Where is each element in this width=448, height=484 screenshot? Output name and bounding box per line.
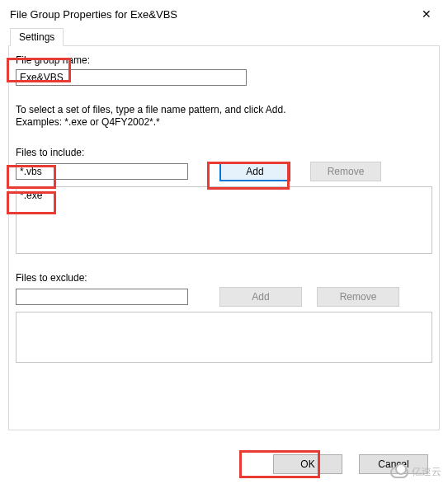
instructions-line2: Examples: *.exe or Q4FY2002*.* — [16, 116, 160, 128]
instructions-line1: To select a set of files, type a file na… — [16, 104, 286, 115]
group-name-input[interactable] — [16, 69, 247, 86]
include-label: Files to include: — [16, 147, 432, 158]
exclude-input[interactable] — [16, 289, 188, 305]
include-remove-button: Remove — [310, 162, 381, 181]
include-row: Add Remove — [16, 162, 432, 181]
instructions-text: To select a set of files, type a file na… — [16, 104, 432, 129]
exclude-row: Add Remove — [16, 287, 432, 307]
ok-button[interactable]: OK — [273, 454, 342, 474]
exclude-add-button: Add — [219, 287, 302, 307]
group-name-label: File group name: — [16, 54, 432, 66]
include-listbox[interactable]: *.exe — [16, 186, 432, 254]
exclude-label: Files to exclude: — [16, 272, 432, 284]
list-item[interactable]: *.exe — [20, 189, 428, 202]
exclude-listbox[interactable] — [16, 312, 432, 363]
include-add-button[interactable]: Add — [219, 162, 290, 181]
title-bar: File Group Properties for Exe&VBS ✕ — [0, 0, 448, 26]
window-title: File Group Properties for Exe&VBS — [10, 8, 177, 21]
dialog-button-bar: OK Cancel — [0, 454, 448, 474]
exclude-remove-button: Remove — [317, 287, 399, 307]
tab-settings[interactable]: Settings — [10, 28, 64, 46]
tab-strip: Settings — [8, 28, 440, 46]
close-icon[interactable]: ✕ — [415, 5, 438, 23]
include-input[interactable] — [16, 163, 188, 180]
settings-panel: File group name: To select a set of file… — [8, 46, 440, 430]
cancel-button[interactable]: Cancel — [359, 454, 428, 474]
